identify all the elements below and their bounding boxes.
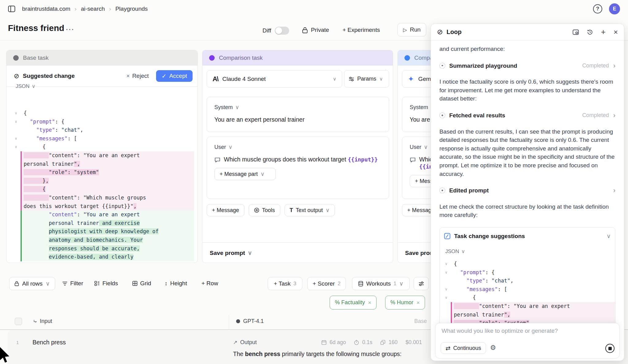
output-label: Output bbox=[240, 339, 257, 346]
system-text[interactable]: You are an expert personal trainer bbox=[214, 116, 389, 123]
message-part-label: + Message part bbox=[220, 171, 258, 177]
user-text[interactable]: Which muscle groups does this workout ta… bbox=[224, 156, 378, 163]
loop-code-preview[interactable]: ∨{∨ "prompt": { "type": "chat",∨ "messag… bbox=[442, 260, 615, 323]
model-dot bbox=[236, 319, 240, 323]
loop-chat-input[interactable] bbox=[442, 328, 613, 334]
breadcrumb-org[interactable]: braintrustdata.com bbox=[22, 6, 70, 12]
accept-button[interactable]: ✓ Accept bbox=[156, 70, 193, 82]
input-column-header[interactable]: Input bbox=[33, 318, 52, 324]
tools-button[interactable]: Tools bbox=[249, 204, 280, 216]
user-card[interactable]: User∨ Which muscle groups does this work… bbox=[207, 137, 389, 199]
filter-label: Filter bbox=[70, 280, 83, 287]
stop-button[interactable] bbox=[605, 344, 615, 353]
task-count: 3 bbox=[293, 281, 296, 287]
add-task-button[interactable]: + Task 3 bbox=[268, 277, 302, 290]
filter-button[interactable]: Filter bbox=[62, 280, 83, 287]
run-button[interactable]: ▷ Run bbox=[397, 23, 426, 36]
chevron-down-icon[interactable]: ∨ bbox=[607, 232, 611, 241]
user-label-row[interactable]: User∨ bbox=[214, 144, 389, 150]
swap-arrows-icon: ⇄ bbox=[446, 345, 450, 352]
column-divider[interactable] bbox=[229, 315, 229, 329]
chevron-down-icon: ∨ bbox=[379, 76, 383, 82]
tools-label: Tools bbox=[262, 207, 275, 214]
breadcrumb-section[interactable]: Playgrounds bbox=[115, 6, 148, 12]
reject-label: Reject bbox=[132, 73, 149, 79]
tool-status-icon bbox=[439, 63, 445, 69]
gemini-icon: ✦ bbox=[408, 75, 414, 83]
base-column-tag: Base bbox=[405, 318, 427, 324]
grid-label: Grid bbox=[140, 280, 151, 287]
comparison-task-title: Comparison task bbox=[219, 55, 263, 61]
all-rows-button[interactable]: All rows ∨ bbox=[9, 277, 55, 290]
fields-button[interactable]: Fields bbox=[94, 280, 118, 287]
purple-task-dot bbox=[209, 55, 215, 61]
chevron-right-icon: › bbox=[613, 111, 615, 120]
remove-scorer-icon[interactable]: × bbox=[368, 299, 371, 306]
page-menu-button[interactable]: ··· bbox=[66, 26, 75, 34]
diff-toggle[interactable] bbox=[275, 27, 289, 35]
age-value: 6d ago bbox=[330, 339, 346, 346]
lock-icon bbox=[14, 281, 19, 286]
tool-call-edited-prompt[interactable]: Edited prompt › bbox=[439, 186, 615, 195]
close-icon[interactable]: × bbox=[614, 28, 618, 36]
output-cell-label[interactable]: ↗ Output bbox=[233, 339, 257, 346]
breadcrumb: braintrustdata.com › ai-search › Playgro… bbox=[22, 6, 148, 12]
avatar[interactable]: E bbox=[609, 3, 620, 14]
add-scorer-button[interactable]: + Scorer 2 bbox=[307, 277, 346, 290]
comparison-task-header: Comparison task bbox=[202, 50, 393, 66]
remove-scorer-icon[interactable]: × bbox=[416, 299, 420, 306]
add-row-button[interactable]: + Row bbox=[201, 280, 218, 287]
tool-name: Edited prompt bbox=[449, 186, 489, 195]
continuous-mode-button[interactable]: ⇄ Continuous bbox=[441, 342, 486, 354]
blue-task-dot bbox=[404, 55, 410, 61]
model-selector[interactable]: A\ Claude 4 Sonnet ∨ bbox=[207, 70, 342, 88]
text-output-label: Text output bbox=[296, 207, 323, 214]
json-label: JSON bbox=[445, 247, 459, 256]
save-prompt-button[interactable]: Save prompt∨ bbox=[202, 242, 393, 263]
row-input-value[interactable]: Bench press bbox=[33, 339, 66, 346]
new-chat-icon[interactable]: + bbox=[601, 27, 606, 37]
stopwatch-icon bbox=[354, 340, 359, 345]
grid-settings-button[interactable] bbox=[414, 277, 429, 290]
user-label: User bbox=[214, 144, 226, 150]
help-icon[interactable]: ? bbox=[593, 4, 602, 13]
chevron-right-icon: › bbox=[613, 186, 615, 195]
suggested-change-label: Suggested change bbox=[23, 73, 75, 79]
grid-button[interactable]: Grid bbox=[132, 280, 151, 287]
tool-call-fetched-eval-results[interactable]: Fetched eval results Completed› bbox=[439, 111, 615, 120]
history-icon[interactable] bbox=[587, 29, 593, 35]
system-label-row[interactable]: System∨ bbox=[214, 104, 389, 111]
message-part-button[interactable]: + Message part∨ bbox=[214, 168, 276, 180]
task-change-suggestions-header[interactable]: Task change suggestions ∨ bbox=[444, 232, 615, 241]
select-all-checkbox[interactable] bbox=[15, 318, 22, 325]
model-column-header[interactable]: GPT-4.1 bbox=[236, 318, 264, 324]
base-code-editor[interactable]: ∨{∨ "prompt": { "type": "chat",∨ "messag… bbox=[11, 109, 194, 261]
loop-json-selector[interactable]: JSON∨ bbox=[445, 247, 615, 256]
reject-button[interactable]: × Reject bbox=[126, 73, 149, 79]
private-button[interactable]: Private bbox=[302, 27, 329, 33]
continuous-label: Continuous bbox=[453, 345, 481, 351]
tool-call-summarized-playground[interactable]: Summarized playground Completed› bbox=[439, 62, 615, 70]
model-column-label: GPT-4.1 bbox=[243, 318, 264, 324]
system-card[interactable]: System∨ You are an expert personal train… bbox=[207, 97, 389, 132]
text-output-button[interactable]: T Text output ∨ bbox=[285, 204, 335, 216]
breadcrumb-project[interactable]: ai-search bbox=[81, 6, 105, 12]
message-label: + Message bbox=[212, 207, 239, 214]
experiments-button[interactable]: + Experiments bbox=[343, 27, 380, 33]
loop-paragraph: Based on the current results, I can see … bbox=[439, 127, 615, 178]
humor-scorer-badge[interactable]: % Humor × bbox=[385, 296, 425, 309]
add-message-button[interactable]: + Message bbox=[207, 204, 244, 216]
output-text[interactable]: The bench press primarily targets the fo… bbox=[233, 350, 425, 358]
gear-icon[interactable]: ⚙ bbox=[490, 344, 496, 352]
dataset-button[interactable]: Workouts 1 ∨ bbox=[352, 277, 410, 290]
base-json-selector[interactable]: JSON∨ bbox=[16, 83, 36, 89]
expand-arrow-icon: ↗ bbox=[233, 339, 237, 346]
params-button[interactable]: Params ∨ bbox=[344, 70, 389, 88]
sidebar-toggle-icon[interactable] bbox=[8, 6, 15, 12]
height-button[interactable]: ↕ Height bbox=[165, 280, 187, 287]
chevron-down-icon: ∨ bbox=[333, 76, 336, 82]
grid-icon bbox=[132, 281, 137, 286]
popout-icon[interactable] bbox=[572, 29, 579, 35]
output-metadata: 6d ago 0.1s 160 $0.001 bbox=[321, 339, 422, 346]
factuality-scorer-badge[interactable]: % Factuality × bbox=[330, 296, 377, 309]
